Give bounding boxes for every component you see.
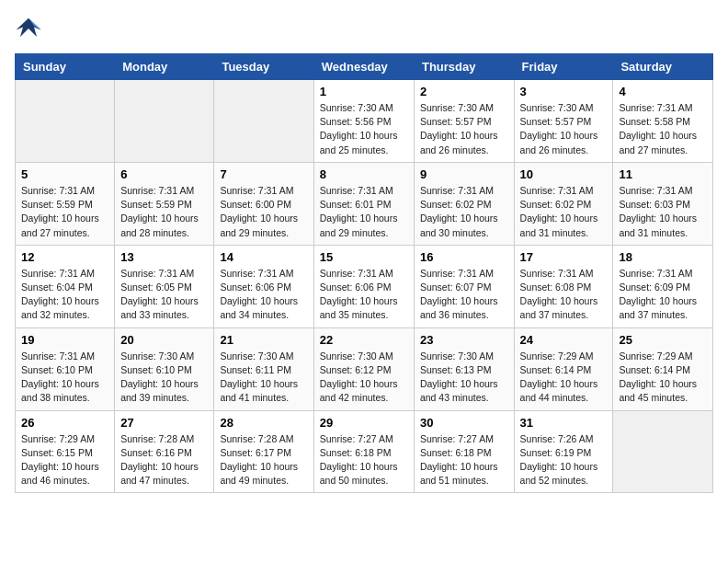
day-info: Sunrise: 7:31 AMSunset: 5:59 PMDaylight:… bbox=[21, 184, 108, 240]
day-info: Sunrise: 7:30 AMSunset: 6:12 PMDaylight:… bbox=[320, 350, 408, 406]
calendar-cell: 12Sunrise: 7:31 AMSunset: 6:04 PMDayligh… bbox=[16, 245, 115, 327]
calendar-week-row: 19Sunrise: 7:31 AMSunset: 6:10 PMDayligh… bbox=[16, 327, 713, 410]
day-number: 7 bbox=[220, 167, 307, 181]
calendar-cell: 16Sunrise: 7:31 AMSunset: 6:07 PMDayligh… bbox=[414, 245, 514, 327]
day-number: 12 bbox=[21, 250, 108, 264]
weekday-header: Saturday bbox=[613, 54, 713, 80]
day-number: 19 bbox=[21, 333, 108, 347]
calendar-cell bbox=[115, 80, 214, 163]
page-header bbox=[15, 15, 713, 42]
day-info: Sunrise: 7:30 AMSunset: 5:57 PMDaylight:… bbox=[420, 101, 508, 157]
day-info: Sunrise: 7:27 AMSunset: 6:18 PMDaylight:… bbox=[320, 432, 408, 488]
day-info: Sunrise: 7:31 AMSunset: 6:04 PMDaylight:… bbox=[21, 267, 108, 323]
day-number: 16 bbox=[420, 250, 508, 264]
day-info: Sunrise: 7:31 AMSunset: 5:58 PMDaylight:… bbox=[619, 101, 707, 157]
calendar-cell: 24Sunrise: 7:29 AMSunset: 6:14 PMDayligh… bbox=[514, 327, 613, 410]
day-number: 6 bbox=[120, 167, 208, 181]
day-number: 5 bbox=[21, 167, 108, 181]
day-number: 14 bbox=[220, 250, 307, 264]
day-info: Sunrise: 7:31 AMSunset: 5:59 PMDaylight:… bbox=[120, 184, 208, 240]
calendar-cell bbox=[613, 410, 713, 493]
calendar-week-row: 1Sunrise: 7:30 AMSunset: 5:56 PMDaylight… bbox=[16, 80, 713, 163]
day-info: Sunrise: 7:28 AMSunset: 6:17 PMDaylight:… bbox=[220, 432, 307, 488]
day-info: Sunrise: 7:31 AMSunset: 6:10 PMDaylight:… bbox=[21, 350, 108, 406]
day-info: Sunrise: 7:31 AMSunset: 6:07 PMDaylight:… bbox=[420, 267, 508, 323]
calendar-table: SundayMondayTuesdayWednesdayThursdayFrid… bbox=[15, 53, 713, 493]
day-number: 23 bbox=[420, 333, 508, 347]
day-info: Sunrise: 7:30 AMSunset: 6:10 PMDaylight:… bbox=[120, 350, 208, 406]
day-info: Sunrise: 7:29 AMSunset: 6:14 PMDaylight:… bbox=[619, 350, 707, 406]
calendar-cell: 22Sunrise: 7:30 AMSunset: 6:12 PMDayligh… bbox=[313, 327, 414, 410]
day-info: Sunrise: 7:31 AMSunset: 6:03 PMDaylight:… bbox=[619, 184, 707, 240]
calendar-cell: 7Sunrise: 7:31 AMSunset: 6:00 PMDaylight… bbox=[214, 162, 313, 245]
day-info: Sunrise: 7:31 AMSunset: 6:02 PMDaylight:… bbox=[520, 184, 608, 240]
calendar-cell: 10Sunrise: 7:31 AMSunset: 6:02 PMDayligh… bbox=[514, 162, 613, 245]
calendar-cell: 29Sunrise: 7:27 AMSunset: 6:18 PMDayligh… bbox=[313, 410, 414, 493]
calendar-cell: 5Sunrise: 7:31 AMSunset: 5:59 PMDaylight… bbox=[16, 162, 115, 245]
weekday-header: Friday bbox=[514, 54, 613, 80]
day-number: 28 bbox=[220, 416, 307, 430]
day-info: Sunrise: 7:27 AMSunset: 6:18 PMDaylight:… bbox=[420, 432, 508, 488]
weekday-header: Monday bbox=[115, 54, 214, 80]
logo bbox=[15, 15, 46, 42]
calendar-cell: 2Sunrise: 7:30 AMSunset: 5:57 PMDaylight… bbox=[414, 80, 514, 163]
day-number: 29 bbox=[320, 416, 408, 430]
calendar-cell: 20Sunrise: 7:30 AMSunset: 6:10 PMDayligh… bbox=[115, 327, 214, 410]
day-info: Sunrise: 7:31 AMSunset: 6:01 PMDaylight:… bbox=[320, 184, 408, 240]
calendar-cell: 15Sunrise: 7:31 AMSunset: 6:06 PMDayligh… bbox=[313, 245, 414, 327]
day-number: 27 bbox=[120, 416, 208, 430]
calendar-cell: 1Sunrise: 7:30 AMSunset: 5:56 PMDaylight… bbox=[313, 80, 414, 163]
day-info: Sunrise: 7:29 AMSunset: 6:14 PMDaylight:… bbox=[520, 350, 608, 406]
day-number: 25 bbox=[619, 333, 707, 347]
day-number: 24 bbox=[520, 333, 608, 347]
calendar-cell: 19Sunrise: 7:31 AMSunset: 6:10 PMDayligh… bbox=[16, 327, 115, 410]
day-info: Sunrise: 7:31 AMSunset: 6:02 PMDaylight:… bbox=[420, 184, 508, 240]
day-number: 17 bbox=[520, 250, 608, 264]
day-number: 2 bbox=[420, 85, 508, 98]
day-info: Sunrise: 7:29 AMSunset: 6:15 PMDaylight:… bbox=[21, 432, 108, 488]
calendar-cell: 11Sunrise: 7:31 AMSunset: 6:03 PMDayligh… bbox=[613, 162, 713, 245]
calendar-cell: 9Sunrise: 7:31 AMSunset: 6:02 PMDaylight… bbox=[414, 162, 514, 245]
calendar-cell: 27Sunrise: 7:28 AMSunset: 6:16 PMDayligh… bbox=[115, 410, 214, 493]
calendar-cell: 31Sunrise: 7:26 AMSunset: 6:19 PMDayligh… bbox=[514, 410, 613, 493]
day-number: 1 bbox=[320, 85, 408, 98]
day-number: 13 bbox=[120, 250, 208, 264]
day-info: Sunrise: 7:30 AMSunset: 6:13 PMDaylight:… bbox=[420, 350, 508, 406]
day-info: Sunrise: 7:30 AMSunset: 6:11 PMDaylight:… bbox=[220, 350, 307, 406]
calendar-cell: 21Sunrise: 7:30 AMSunset: 6:11 PMDayligh… bbox=[214, 327, 313, 410]
weekday-header: Thursday bbox=[414, 54, 514, 80]
day-info: Sunrise: 7:30 AMSunset: 5:57 PMDaylight:… bbox=[520, 101, 608, 157]
calendar-cell: 30Sunrise: 7:27 AMSunset: 6:18 PMDayligh… bbox=[414, 410, 514, 493]
day-info: Sunrise: 7:31 AMSunset: 6:06 PMDaylight:… bbox=[320, 267, 408, 323]
day-number: 4 bbox=[619, 85, 707, 98]
calendar-cell: 13Sunrise: 7:31 AMSunset: 6:05 PMDayligh… bbox=[115, 245, 214, 327]
day-number: 20 bbox=[120, 333, 208, 347]
day-number: 10 bbox=[520, 167, 608, 181]
day-number: 22 bbox=[320, 333, 408, 347]
calendar-cell: 14Sunrise: 7:31 AMSunset: 6:06 PMDayligh… bbox=[214, 245, 313, 327]
calendar-cell bbox=[16, 80, 115, 163]
calendar-cell: 4Sunrise: 7:31 AMSunset: 5:58 PMDaylight… bbox=[613, 80, 713, 163]
calendar-cell bbox=[214, 80, 313, 163]
calendar-week-row: 5Sunrise: 7:31 AMSunset: 5:59 PMDaylight… bbox=[16, 162, 713, 245]
day-info: Sunrise: 7:31 AMSunset: 6:05 PMDaylight:… bbox=[120, 267, 208, 323]
calendar-cell: 17Sunrise: 7:31 AMSunset: 6:08 PMDayligh… bbox=[514, 245, 613, 327]
calendar-cell: 23Sunrise: 7:30 AMSunset: 6:13 PMDayligh… bbox=[414, 327, 514, 410]
weekday-header-row: SundayMondayTuesdayWednesdayThursdayFrid… bbox=[16, 54, 713, 80]
day-number: 3 bbox=[520, 85, 608, 98]
day-number: 18 bbox=[619, 250, 707, 264]
calendar-week-row: 12Sunrise: 7:31 AMSunset: 6:04 PMDayligh… bbox=[16, 245, 713, 327]
calendar-cell: 25Sunrise: 7:29 AMSunset: 6:14 PMDayligh… bbox=[613, 327, 713, 410]
day-info: Sunrise: 7:30 AMSunset: 5:56 PMDaylight:… bbox=[320, 101, 408, 157]
day-number: 26 bbox=[21, 416, 108, 430]
calendar-cell: 28Sunrise: 7:28 AMSunset: 6:17 PMDayligh… bbox=[214, 410, 313, 493]
weekday-header: Sunday bbox=[16, 54, 115, 80]
day-info: Sunrise: 7:31 AMSunset: 6:09 PMDaylight:… bbox=[619, 267, 707, 323]
logo-icon bbox=[15, 15, 42, 42]
calendar-cell: 8Sunrise: 7:31 AMSunset: 6:01 PMDaylight… bbox=[313, 162, 414, 245]
weekday-header: Wednesday bbox=[313, 54, 414, 80]
calendar-cell: 18Sunrise: 7:31 AMSunset: 6:09 PMDayligh… bbox=[613, 245, 713, 327]
day-info: Sunrise: 7:28 AMSunset: 6:16 PMDaylight:… bbox=[120, 432, 208, 488]
day-number: 9 bbox=[420, 167, 508, 181]
day-info: Sunrise: 7:31 AMSunset: 6:06 PMDaylight:… bbox=[220, 267, 307, 323]
